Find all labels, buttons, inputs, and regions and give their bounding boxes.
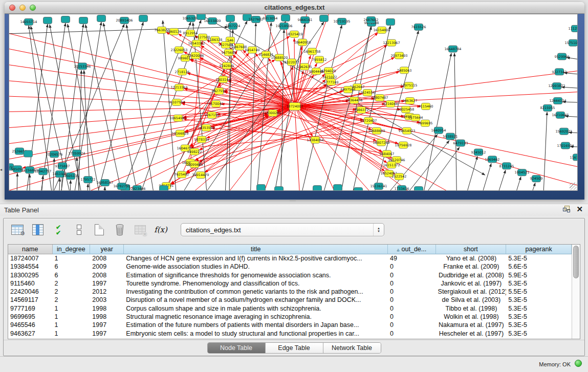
graph-node[interactable] — [313, 186, 322, 190]
graph-node[interactable]: 14055714 — [20, 18, 37, 25]
column-header-title[interactable]: title — [124, 245, 388, 254]
graph-node[interactable]: 16154808 — [373, 27, 390, 33]
graph-node[interactable] — [97, 15, 106, 21]
table-row[interactable]: 977716911998Corpus callosum shape and si… — [8, 304, 572, 313]
graph-node[interactable]: 8427552 — [212, 88, 227, 95]
graph-node[interactable]: 6479193 — [453, 140, 468, 146]
graph-node[interactable]: 19756928 — [395, 142, 411, 148]
graph-node[interactable]: 9327508 — [219, 41, 233, 48]
graph-node[interactable]: 10025458 — [397, 106, 414, 113]
graph-node[interactable] — [334, 185, 342, 190]
column-header-pagerank[interactable]: pagerank — [506, 245, 572, 254]
graph-node[interactable]: 8731245 — [499, 163, 514, 169]
float-window-icon[interactable] — [563, 206, 570, 212]
graph-node[interactable]: 16961758 — [303, 48, 320, 55]
graph-node[interactable]: 16648784 — [444, 46, 461, 52]
graph-node[interactable]: 1167534 — [570, 154, 577, 161]
graph-node[interactable]: 9463627 — [403, 98, 418, 104]
graph-node[interactable]: 19218506 — [275, 23, 292, 29]
table-row[interactable]: 911546021997Tourette syndrome. Phenomeno… — [8, 279, 572, 288]
graph-node[interactable]: 9227343 — [552, 69, 567, 75]
tab-node-table[interactable]: Node Table — [208, 343, 266, 353]
graph-node[interactable] — [79, 17, 88, 24]
graph-node[interactable]: 2718126 — [175, 69, 190, 75]
table-row[interactable]: 969969511998Structural magnetic resonanc… — [8, 313, 572, 321]
graph-node[interactable]: 16033809 — [204, 17, 221, 24]
table-scrollbar[interactable] — [572, 245, 580, 339]
graph-node[interactable]: 9699695 — [418, 120, 433, 126]
graph-node[interactable]: 9529966 — [555, 53, 570, 60]
graph-node[interactable]: 13505135 — [62, 173, 79, 180]
new-column-button[interactable] — [92, 222, 107, 238]
graph-node[interactable]: 16107554 — [168, 99, 185, 106]
graph-node[interactable]: 16210645 — [552, 112, 569, 118]
graph-node[interactable]: 1640954 — [431, 127, 446, 134]
select-all-button[interactable]: ✔✔ — [51, 222, 66, 238]
graph-node[interactable]: 16543382 — [188, 40, 205, 47]
graph-node[interactable]: 13384054 — [307, 137, 323, 143]
graph-node[interactable]: 9170042 — [209, 101, 224, 107]
graph-node[interactable]: 20891406 — [116, 17, 133, 24]
graph-node[interactable]: 15136141 — [370, 183, 387, 190]
graph-node[interactable]: 20153346 — [74, 63, 91, 70]
graph-node[interactable]: 1733436 — [395, 186, 409, 190]
graph-node[interactable]: 10688609 — [368, 127, 385, 134]
window-titlebar[interactable]: citations_edges.txt — [5, 2, 584, 14]
graph-node[interactable] — [24, 150, 33, 157]
graph-node[interactable]: 3624554 — [360, 90, 375, 96]
column-select-button[interactable] — [30, 222, 46, 238]
graph-node[interactable]: 1069462 — [485, 156, 500, 163]
graph-node[interactable]: 19166825 — [171, 130, 188, 137]
graph-node[interactable] — [415, 187, 423, 190]
graph-node[interactable]: 16099489 — [186, 161, 203, 168]
graph-node[interactable]: 9466161 — [298, 16, 313, 23]
column-header-year[interactable]: year — [90, 245, 124, 254]
graph-node[interactable]: 9498222 — [187, 148, 202, 155]
graph-node[interactable]: 9245012 — [471, 149, 486, 156]
graph-node[interactable]: 12093872 — [548, 83, 565, 90]
graph-node[interactable]: 1004521 — [515, 169, 530, 176]
deselect-all-button[interactable] — [71, 222, 86, 238]
graph-node[interactable]: 5675685 — [222, 49, 236, 56]
graph-node[interactable]: 5267150 — [205, 112, 220, 118]
tab-edge-table[interactable]: Edge Table — [266, 343, 323, 353]
network-canvas[interactable]: 1872400723226053891295491275081654338281… — [9, 14, 578, 191]
graph-node[interactable]: 19654923 — [398, 127, 415, 134]
graph-node[interactable]: 7857224 — [226, 23, 241, 29]
graph-node[interactable] — [43, 17, 52, 24]
column-header-out_de[interactable]: ▵out_de... — [388, 245, 435, 254]
graph-node[interactable]: 8215955 — [540, 104, 555, 111]
graph-node[interactable]: 20206576 — [46, 151, 62, 158]
table-settings-button[interactable]: ⚙ — [10, 222, 25, 238]
graph-node[interactable] — [257, 185, 266, 190]
graph-node[interactable]: 17016504 — [557, 142, 574, 149]
graph-node[interactable]: 16914479 — [192, 172, 209, 179]
splitter-collapse-arrow[interactable]: ◂ — [0, 167, 2, 172]
memory-status-indicator[interactable] — [575, 360, 582, 367]
graph-node[interactable] — [354, 188, 363, 190]
canvas-resize-grip[interactable] — [570, 183, 577, 190]
function-builder-button[interactable]: f(x) — [153, 222, 168, 238]
tab-network-table[interactable]: Network Table — [323, 343, 381, 353]
column-header-short[interactable]: short — [436, 245, 507, 254]
graph-node[interactable] — [160, 186, 168, 190]
graph-node[interactable] — [226, 15, 235, 21]
graph-node[interactable]: 924509 — [530, 176, 543, 182]
delete-column-button[interactable] — [112, 222, 127, 238]
graph-node[interactable] — [275, 187, 284, 190]
graph-node[interactable]: 17359924 — [68, 150, 85, 157]
graph-node[interactable]: 10654985 — [169, 115, 186, 121]
table-row[interactable]: 1456911722003Disruption of a novel membe… — [8, 296, 572, 304]
graph-node[interactable]: 8813054 — [263, 15, 278, 21]
graph-node[interactable]: 7955812 — [312, 56, 327, 63]
graph-node[interactable]: 15692071 — [555, 128, 572, 135]
graph-node[interactable]: 1527602 — [249, 16, 264, 23]
table-row[interactable]: 1872400712008Changes of HCN gene express… — [8, 254, 572, 262]
graph-node[interactable]: 18325419 — [286, 31, 302, 37]
graph-node[interactable]: 12942757 — [34, 168, 51, 175]
graph-node[interactable]: 6497568 — [341, 86, 356, 93]
graph-node[interactable]: 12444134 — [549, 98, 566, 104]
graph-node[interactable]: 8454749 — [245, 47, 260, 53]
graph-node[interactable]: 2522542 — [392, 173, 407, 180]
graph-node[interactable]: 7615526 — [411, 24, 426, 30]
